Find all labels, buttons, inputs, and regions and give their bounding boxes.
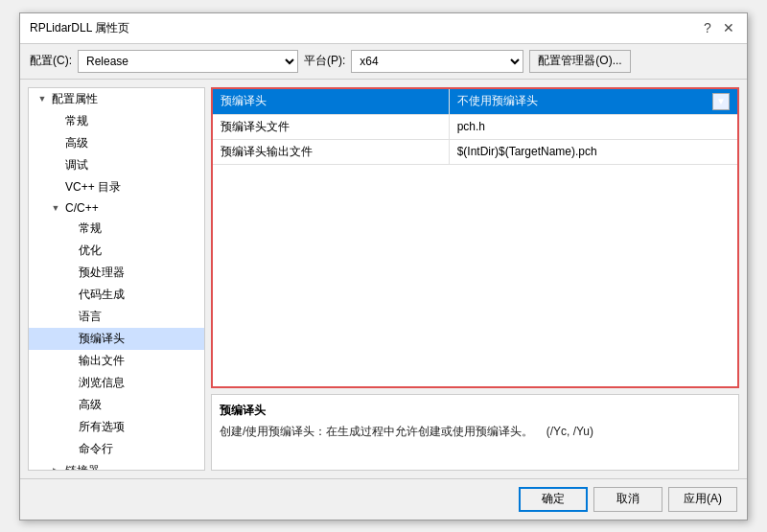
tree-expand-icon-advanced	[50, 137, 61, 149]
tree-label-config-props: 配置属性	[52, 91, 98, 107]
tree-item-general[interactable]: 常规	[29, 110, 204, 132]
tree-item-cpp-allopts[interactable]: 所有选项	[29, 416, 204, 438]
prop-row-pch-file[interactable]: 预编译头文件pch.h	[213, 114, 737, 139]
platform-select[interactable]: x64	[351, 50, 523, 73]
tree-label-cpp-cmdline: 命令行	[79, 441, 113, 457]
tree-label-cpp: C/C++	[65, 201, 99, 215]
tree-item-cpp-browse[interactable]: 浏览信息	[29, 372, 204, 394]
prop-label-pch-mode: 预编译头	[213, 89, 449, 115]
prop-value-cell-pch-output: $(IntDir)$(TargetName).pch	[449, 139, 737, 164]
content-area: ▼配置属性常规高级调试VC++ 目录▼C/C++常规优化预处理器代码生成语言预编…	[20, 80, 747, 478]
tree-expand-icon-config-props: ▼	[36, 93, 48, 104]
prop-value-pch-mode: 不使用预编译头	[457, 93, 538, 109]
tree-item-cpp-pch[interactable]: 预编译头	[29, 328, 204, 350]
toolbar-row: 配置(C): Release 平台(P): x64 配置管理器(O)...	[20, 44, 747, 80]
tree-label-cpp-advanced: 高级	[79, 397, 102, 413]
tree-expand-icon-cpp-lang	[63, 311, 75, 322]
tree-expand-icon-cpp-preprocess	[63, 266, 75, 278]
props-panel: 预编译头不使用预编译头▼预编译头文件pch.h预编译头输出文件$(IntDir)…	[211, 87, 739, 471]
tree-expand-icon-cpp-optimize	[63, 244, 75, 256]
tree-panel: ▼配置属性常规高级调试VC++ 目录▼C/C++常规优化预处理器代码生成语言预编…	[28, 87, 205, 471]
config-label: 配置(C):	[30, 53, 72, 69]
tree-label-linker: 链接器	[65, 463, 100, 471]
tree-expand-icon-cpp-output	[63, 355, 75, 366]
dialog: RPLidarDLL 属性页 ? ✕ 配置(C): Release 平台(P):…	[19, 12, 748, 520]
tree-item-cpp-general[interactable]: 常规	[29, 218, 204, 240]
tree-item-linker[interactable]: ▶链接器	[29, 460, 204, 471]
bottom-buttons: 确定 取消 应用(A)	[20, 478, 747, 520]
tree-item-cpp[interactable]: ▼C/C++	[29, 198, 204, 218]
tree-label-cpp-allopts: 所有选项	[79, 419, 125, 435]
prop-label-pch-file: 预编译头文件	[213, 114, 449, 139]
tree-item-cpp-advanced[interactable]: 高级	[29, 394, 204, 416]
description-panel: 预编译头 创建/使用预编译头：在生成过程中允许创建或使用预编译头。 (/Yc, …	[211, 394, 739, 471]
tree-label-cpp-general: 常规	[79, 220, 102, 237]
platform-label: 平台(P):	[304, 53, 345, 69]
tree-label-cpp-pch: 预编译头	[79, 331, 125, 347]
tree-expand-icon-cpp-pch	[63, 333, 75, 344]
prop-value-cell-pch-mode: 不使用预编译头▼	[449, 89, 737, 115]
tree-item-cpp-cmdline[interactable]: 命令行	[29, 438, 204, 460]
tree-label-cpp-browse: 浏览信息	[79, 375, 125, 391]
tree-item-cpp-output[interactable]: 输出文件	[29, 350, 204, 372]
tree-item-advanced[interactable]: 高级	[29, 132, 204, 154]
tree-item-cpp-lang[interactable]: 语言	[29, 306, 204, 328]
tree-label-cpp-lang: 语言	[79, 309, 102, 325]
dialog-title: RPLidarDLL 属性页	[30, 20, 129, 36]
config-manager-button[interactable]: 配置管理器(O)...	[529, 50, 630, 73]
tree-expand-icon-cpp-browse	[63, 377, 75, 388]
tree-label-cpp-codegen: 代码生成	[79, 287, 125, 303]
tree-item-cpp-codegen[interactable]: 代码生成	[29, 284, 204, 306]
props-table: 预编译头不使用预编译头▼预编译头文件pch.h预编译头输出文件$(IntDir)…	[213, 89, 737, 165]
tree-item-vcpp-dirs[interactable]: VC++ 目录	[29, 176, 204, 198]
cancel-button[interactable]: 取消	[593, 487, 662, 512]
tree-expand-icon-vcpp-dirs	[50, 181, 61, 193]
tree-expand-icon-cpp-advanced	[63, 399, 75, 410]
tree-expand-icon-cpp-codegen	[63, 289, 75, 300]
tree-expand-icon-cpp: ▼	[50, 202, 61, 214]
prop-label-pch-output: 预编译头输出文件	[213, 139, 449, 164]
title-controls: ? ✕	[699, 19, 737, 36]
tree-item-config-props[interactable]: ▼配置属性	[29, 88, 204, 110]
prop-row-pch-output[interactable]: 预编译头输出文件$(IntDir)$(TargetName).pch	[213, 139, 737, 164]
prop-value-pch-output: $(IntDir)$(TargetName).pch	[457, 145, 597, 158]
desc-text: 创建/使用预编译头：在生成过程中允许创建或使用预编译头。 (/Yc, /Yu)	[220, 423, 731, 440]
tree-expand-icon-cpp-allopts	[63, 421, 75, 432]
tree-label-cpp-preprocess: 预处理器	[79, 265, 125, 281]
prop-value-cell-pch-file: pch.h	[449, 114, 737, 139]
tree-expand-icon-debug	[50, 159, 61, 171]
help-button[interactable]: ?	[699, 19, 716, 36]
tree-item-debug[interactable]: 调试	[29, 154, 204, 176]
ok-button[interactable]: 确定	[519, 487, 588, 512]
tree-item-cpp-optimize[interactable]: 优化	[29, 240, 204, 262]
tree-label-vcpp-dirs: VC++ 目录	[65, 179, 121, 196]
config-select[interactable]: Release	[78, 50, 298, 73]
tree-item-cpp-preprocess[interactable]: 预处理器	[29, 262, 204, 284]
tree-label-cpp-optimize: 优化	[79, 243, 102, 259]
close-button[interactable]: ✕	[720, 19, 737, 36]
tree-expand-icon-general	[50, 115, 61, 127]
props-table-container: 预编译头不使用预编译头▼预编译头文件pch.h预编译头输出文件$(IntDir)…	[211, 87, 739, 388]
tree-expand-icon-cpp-general	[63, 222, 75, 234]
tree-label-debug: 调试	[65, 157, 88, 173]
tree-expand-icon-cpp-cmdline	[63, 443, 75, 454]
prop-dropdown-pch-mode[interactable]: ▼	[712, 93, 730, 110]
tree-label-cpp-output: 输出文件	[79, 353, 125, 369]
title-bar: RPLidarDLL 属性页 ? ✕	[20, 13, 747, 44]
apply-button[interactable]: 应用(A)	[668, 487, 737, 512]
tree-label-general: 常规	[65, 113, 88, 129]
tree-label-advanced: 高级	[65, 135, 88, 151]
prop-value-pch-file: pch.h	[457, 120, 485, 133]
prop-row-pch-mode[interactable]: 预编译头不使用预编译头▼	[213, 89, 737, 115]
tree-expand-icon-linker: ▶	[50, 465, 61, 471]
desc-title: 预编译头	[220, 403, 731, 419]
